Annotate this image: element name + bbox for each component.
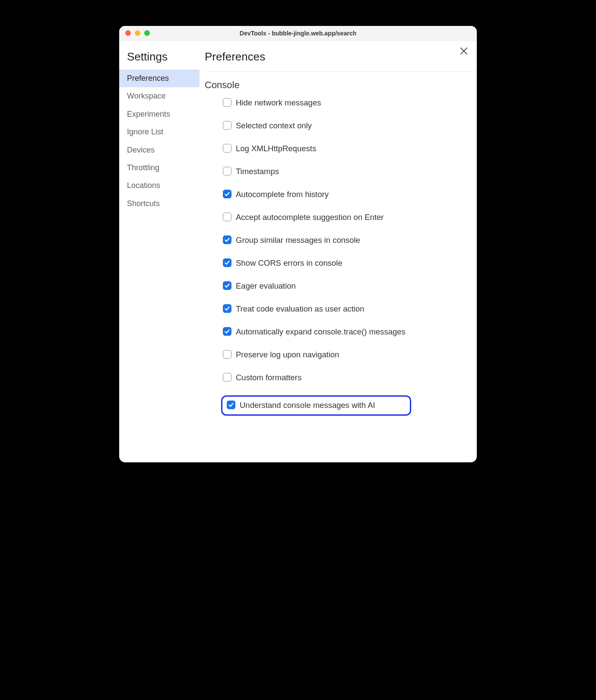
sidebar-item-label: Workspace: [127, 92, 166, 100]
option-label: Show CORS errors in console: [236, 258, 342, 269]
checkbox[interactable]: [223, 304, 231, 313]
option-show-cors-errors-in-console[interactable]: Show CORS errors in console: [223, 258, 413, 269]
option-understand-console-messages-with-ai[interactable]: Understand console messages with AI: [221, 395, 411, 416]
checkbox[interactable]: [223, 190, 231, 198]
checkbox[interactable]: [223, 258, 231, 267]
checkbox[interactable]: [223, 281, 231, 290]
option-label: Log XMLHttpRequests: [236, 143, 316, 154]
sidebar-item-label: Ignore List: [127, 127, 163, 136]
option-label: Understand console messages with AI: [240, 400, 375, 411]
window-zoom-button[interactable]: [144, 30, 150, 36]
titlebar: DevTools - bubble-jingle.web.app/search: [119, 26, 477, 41]
checkbox[interactable]: [223, 167, 231, 175]
option-custom-formatters[interactable]: Custom formatters: [223, 372, 413, 383]
settings-sidebar: Settings PreferencesWorkspaceExperiments…: [119, 41, 200, 462]
option-label: Automatically expand console.trace() mes…: [236, 327, 406, 337]
option-label: Autocomplete from history: [236, 189, 329, 200]
option-group-similar-messages-in-console[interactable]: Group similar messages in console: [223, 235, 413, 246]
sidebar-item-label: Preferences: [127, 74, 169, 83]
checkbox[interactable]: [223, 373, 231, 382]
option-log-xmlhttprequests[interactable]: Log XMLHttpRequests: [223, 143, 413, 154]
window-minimize-button[interactable]: [135, 30, 140, 36]
checkbox[interactable]: [223, 213, 231, 221]
option-selected-context-only[interactable]: Selected context only: [223, 121, 413, 131]
sidebar-item-shortcuts[interactable]: Shortcuts: [119, 195, 200, 213]
option-label: Timestamps: [236, 166, 279, 177]
sidebar-item-experiments[interactable]: Experiments: [119, 105, 200, 123]
checkbox[interactable]: [223, 121, 231, 130]
checkbox[interactable]: [223, 235, 231, 244]
sidebar-item-label: Throttling: [127, 163, 159, 172]
devtools-window: DevTools - bubble-jingle.web.app/search …: [119, 26, 477, 462]
sidebar-item-preferences[interactable]: Preferences: [119, 70, 200, 87]
checkbox[interactable]: [223, 350, 231, 359]
option-timestamps[interactable]: Timestamps: [223, 166, 413, 177]
option-eager-evaluation[interactable]: Eager evaluation: [223, 281, 413, 292]
checkbox[interactable]: [223, 98, 231, 107]
sidebar-item-workspace[interactable]: Workspace: [119, 87, 200, 105]
sidebar-item-label: Experiments: [127, 110, 170, 118]
sidebar-item-label: Shortcuts: [127, 199, 160, 208]
sidebar-item-devices[interactable]: Devices: [119, 141, 200, 159]
sidebar-title: Settings: [119, 50, 200, 70]
traffic-lights: [119, 30, 150, 36]
option-label: Eager evaluation: [236, 281, 296, 292]
checkbox[interactable]: [223, 327, 231, 336]
option-label: Selected context only: [236, 121, 312, 131]
settings-main: Preferences Console Hide network message…: [200, 41, 477, 462]
option-hide-network-messages[interactable]: Hide network messages: [223, 98, 413, 108]
checkbox[interactable]: [227, 401, 235, 409]
option-label: Custom formatters: [236, 372, 301, 383]
option-label: Treat code evaluation as user action: [236, 304, 365, 315]
sidebar-item-label: Devices: [127, 146, 155, 154]
section-title-console: Console: [205, 72, 465, 98]
option-autocomplete-from-history[interactable]: Autocomplete from history: [223, 189, 413, 200]
page-title: Preferences: [205, 50, 477, 71]
checkbox[interactable]: [223, 144, 231, 153]
window-title: DevTools - bubble-jingle.web.app/search: [119, 30, 477, 37]
option-label: Hide network messages: [236, 98, 321, 108]
option-automatically-expand-console-trace-messages[interactable]: Automatically expand console.trace() mes…: [223, 327, 413, 337]
sidebar-item-locations[interactable]: Locations: [119, 177, 200, 194]
sidebar-item-throttling[interactable]: Throttling: [119, 159, 200, 177]
option-label: Preserve log upon navigation: [236, 350, 339, 360]
option-treat-code-evaluation-as-user-action[interactable]: Treat code evaluation as user action: [223, 304, 413, 315]
settings-body: Settings PreferencesWorkspaceExperiments…: [119, 41, 477, 462]
option-preserve-log-upon-navigation[interactable]: Preserve log upon navigation: [223, 350, 413, 360]
window-close-button[interactable]: [125, 30, 131, 36]
preferences-scroll-area[interactable]: Console Hide network messagesSelected co…: [205, 71, 477, 462]
sidebar-item-ignore-list[interactable]: Ignore List: [119, 123, 200, 141]
option-accept-autocomplete-suggestion-on-enter[interactable]: Accept autocomplete suggestion on Enter: [223, 212, 413, 223]
sidebar-item-label: Locations: [127, 181, 160, 190]
option-label: Group similar messages in console: [236, 235, 360, 246]
option-label: Accept autocomplete suggestion on Enter: [236, 212, 384, 223]
